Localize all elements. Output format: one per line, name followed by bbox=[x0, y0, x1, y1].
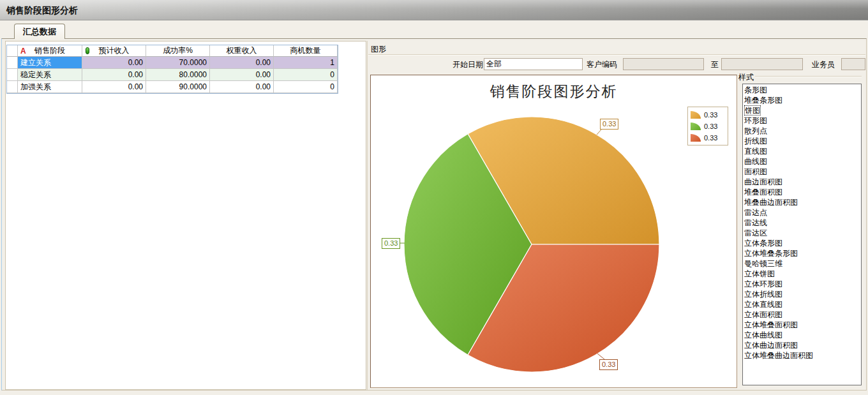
row-indicator-header bbox=[7, 45, 18, 57]
style-item[interactable]: 立体曲线图 bbox=[743, 330, 861, 340]
col-header-stage[interactable]: A 销售阶段 bbox=[18, 45, 82, 57]
style-item[interactable]: 堆叠面积图 bbox=[743, 187, 861, 197]
tab-label: 汇总数据 bbox=[23, 27, 56, 36]
style-item[interactable]: 雷达点 bbox=[743, 207, 861, 218]
style-item[interactable]: 曼哈顿三维 bbox=[743, 258, 861, 269]
legend-item: 0.33 bbox=[691, 132, 725, 144]
style-item[interactable]: 立体饼图 bbox=[743, 269, 861, 279]
style-item[interactable]: 立体曲边面积图 bbox=[743, 340, 861, 350]
cell-stage[interactable]: 稳定关系 bbox=[18, 69, 82, 81]
col-header-label: 商机数量 bbox=[290, 46, 321, 55]
legend-label: 0.33 bbox=[704, 111, 717, 119]
style-item[interactable]: 立体折线图 bbox=[743, 289, 861, 299]
chart-style-listbox[interactable]: 条形图 堆叠条形图 饼图 环形图 散列点 折线图 直线图 曲线图 面积图 曲边面… bbox=[742, 84, 862, 385]
legend-label: 0.33 bbox=[704, 123, 717, 130]
start-date-label: 开始日期 bbox=[453, 59, 483, 70]
table-row[interactable]: 加强关系 0.00 90.0000 0.00 0 bbox=[7, 81, 338, 93]
tab-summary-data[interactable]: 汇总数据 bbox=[14, 24, 65, 39]
label-connector bbox=[597, 354, 604, 359]
style-item[interactable]: 立体环形图 bbox=[743, 279, 861, 289]
style-item[interactable]: 散列点 bbox=[743, 126, 861, 136]
graph-caption-divider bbox=[368, 54, 865, 56]
cell-weighted-income[interactable]: 0.00 bbox=[210, 69, 274, 81]
style-item[interactable]: 雷达区 bbox=[743, 228, 861, 238]
customer-code-input[interactable] bbox=[623, 58, 704, 70]
cell-expected-income[interactable]: 0.00 bbox=[82, 69, 146, 81]
style-panel-caption: 样式 bbox=[738, 72, 754, 83]
cell-weighted-income[interactable]: 0.00 bbox=[210, 81, 274, 93]
cell-weighted-income[interactable]: 0.00 bbox=[210, 57, 274, 69]
salesperson-label: 业务员 bbox=[812, 59, 835, 70]
table-header-row: A 销售阶段 预计收入 成功率% 权重收入 商机数量 bbox=[7, 45, 338, 57]
start-date-input[interactable] bbox=[484, 58, 583, 70]
slice-value-label: 0.33 bbox=[599, 359, 618, 370]
style-item[interactable]: 条形图 bbox=[743, 85, 861, 95]
chart-legend: 0.33 0.33 0.33 bbox=[687, 107, 728, 145]
row-indicator[interactable] bbox=[7, 57, 18, 69]
style-item[interactable]: 堆叠条形图 bbox=[743, 95, 861, 105]
salesperson-input[interactable] bbox=[841, 58, 865, 70]
chart-title: 销售阶段图形分析 bbox=[371, 82, 737, 101]
cell-opportunity-count[interactable]: 1 bbox=[274, 57, 338, 69]
row-indicator[interactable] bbox=[7, 69, 18, 81]
style-item[interactable]: 立体堆叠曲边面积图 bbox=[743, 350, 861, 361]
table-row[interactable]: 稳定关系 0.00 80.0000 0.00 0 bbox=[7, 69, 338, 81]
customer-code-label: 客户编码 bbox=[587, 59, 617, 70]
col-header-label: 权重收入 bbox=[227, 46, 257, 55]
col-header-opportunity-count[interactable]: 商机数量 bbox=[274, 45, 338, 57]
sort-a-icon: A bbox=[20, 46, 26, 57]
table-row[interactable]: 建立关系 0.00 70.0000 0.00 1 bbox=[7, 57, 338, 69]
row-indicator[interactable] bbox=[7, 81, 18, 93]
col-header-expected-income[interactable]: 预计收入 bbox=[82, 45, 146, 57]
style-item[interactable]: 折线图 bbox=[743, 136, 861, 146]
col-header-label: 销售阶段 bbox=[34, 46, 65, 55]
graph-panel-caption: 图形 bbox=[371, 44, 386, 55]
legend-swatch-orange-icon bbox=[691, 111, 701, 119]
style-item[interactable]: 环形图 bbox=[743, 116, 861, 126]
legend-item: 0.33 bbox=[691, 121, 725, 132]
green-cylinder-icon bbox=[86, 47, 89, 54]
cell-opportunity-count[interactable]: 0 bbox=[274, 69, 338, 81]
style-item-selected[interactable]: 饼图 bbox=[743, 105, 861, 116]
legend-swatch-green-icon bbox=[691, 123, 701, 130]
label-connector bbox=[597, 130, 601, 135]
cell-expected-income[interactable]: 0.00 bbox=[82, 57, 146, 69]
pie-chart bbox=[371, 75, 737, 387]
to-input[interactable] bbox=[721, 58, 803, 70]
panel-divider bbox=[367, 41, 368, 390]
style-item[interactable]: 立体堆叠条形图 bbox=[743, 248, 861, 258]
style-item[interactable]: 曲线图 bbox=[743, 156, 861, 167]
cell-stage[interactable]: 建立关系 bbox=[18, 57, 82, 69]
col-header-label: 成功率% bbox=[163, 46, 193, 55]
col-header-success-rate[interactable]: 成功率% bbox=[146, 45, 210, 57]
cell-success-rate[interactable]: 80.0000 bbox=[146, 69, 210, 81]
legend-item: 0.33 bbox=[691, 109, 725, 121]
cell-success-rate[interactable]: 90.0000 bbox=[146, 81, 210, 93]
cell-opportunity-count[interactable]: 0 bbox=[274, 81, 338, 93]
window-title-bar: 销售阶段图形分析 bbox=[0, 0, 868, 20]
to-label: 至 bbox=[711, 59, 719, 70]
window-title: 销售阶段图形分析 bbox=[0, 0, 868, 20]
style-item[interactable]: 面积图 bbox=[743, 167, 861, 177]
cell-success-rate[interactable]: 70.0000 bbox=[146, 57, 210, 69]
sales-stage-table: A 销售阶段 预计收入 成功率% 权重收入 商机数量 建立关系 0.00 70.… bbox=[6, 45, 338, 94]
col-header-label: 预计收入 bbox=[99, 46, 130, 55]
cell-stage[interactable]: 加强关系 bbox=[18, 81, 82, 93]
style-item[interactable]: 雷达线 bbox=[743, 218, 861, 228]
style-caption-divider bbox=[755, 76, 862, 77]
chart-area: 销售阶段图形分析 0.33 0.33 0.33 0.33 0.33 0.33 bbox=[370, 75, 737, 388]
slice-value-label: 0.33 bbox=[382, 238, 400, 249]
style-item[interactable]: 立体面积图 bbox=[743, 309, 861, 320]
style-item[interactable]: 直线图 bbox=[743, 146, 861, 156]
slice-value-label: 0.33 bbox=[600, 119, 618, 130]
style-item[interactable]: 立体堆叠面积图 bbox=[743, 320, 861, 330]
col-header-weighted-income[interactable]: 权重收入 bbox=[210, 45, 274, 57]
legend-swatch-red-icon bbox=[691, 134, 701, 142]
style-item[interactable]: 曲边面积图 bbox=[743, 177, 861, 187]
style-item[interactable]: 堆叠曲边面积图 bbox=[743, 197, 861, 207]
style-item[interactable]: 立体条形图 bbox=[743, 238, 861, 248]
style-item[interactable]: 立体直线图 bbox=[743, 299, 861, 309]
style-item-label: 饼图 bbox=[744, 105, 761, 116]
legend-label: 0.33 bbox=[704, 134, 717, 142]
cell-expected-income[interactable]: 0.00 bbox=[82, 81, 146, 93]
